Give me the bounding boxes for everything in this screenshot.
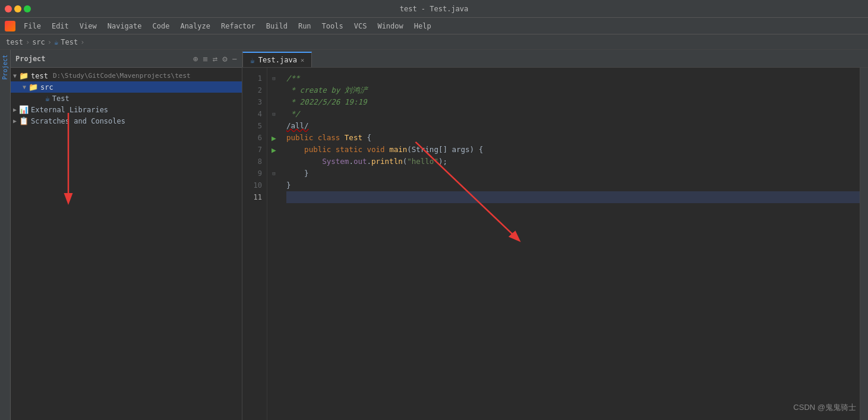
menu-bar: File Edit View Navigate Code Analyze Ref…: [0, 18, 868, 34]
code-keyword-public-6: public: [286, 132, 318, 144]
code-text-1: /**: [286, 72, 300, 84]
tree-scratches-label: Scratches and Consoles: [31, 117, 125, 125]
tree-test-class-label: Test: [52, 94, 70, 103]
menu-run[interactable]: Run: [293, 21, 316, 31]
tab-filename: Test.java: [258, 56, 297, 64]
gutter-6[interactable]: ▶: [267, 132, 280, 144]
line-num-10: 10: [242, 179, 262, 191]
java-class-icon: ☕: [54, 38, 58, 46]
menu-file[interactable]: File: [19, 21, 46, 31]
code-content[interactable]: /** * create by 刘鸿浐 * 2022/5/26 19:19 */…: [280, 68, 860, 420]
code-text-5: /all/: [286, 120, 309, 132]
gutter-5: [267, 120, 280, 132]
minimize-button[interactable]: [14, 5, 21, 12]
folder-test-icon: 📁: [19, 71, 29, 80]
gutter-7[interactable]: ▶: [267, 144, 280, 156]
window-title: test - Test.java: [400, 5, 469, 13]
menu-refactor[interactable]: Refactor: [216, 21, 260, 31]
title-bar: test - Test.java: [0, 0, 868, 18]
tree-external-libraries-label: External Libraries: [31, 106, 108, 114]
gutter-11: [267, 191, 280, 203]
editor-area: ☕ Test.java × 1 2 3 4 5 6 7 8 9 10 11: [242, 50, 868, 420]
menu-build[interactable]: Build: [261, 21, 292, 31]
tab-close-button[interactable]: ×: [301, 56, 305, 64]
code-println-8: println: [371, 156, 403, 168]
menu-code[interactable]: Code: [148, 21, 175, 31]
settings-icon[interactable]: ⚙: [222, 54, 227, 64]
gutter: ⊟ ⊟ ▶ ▶: [267, 68, 280, 420]
chevron-right-icon-extlib: ▶: [13, 106, 17, 113]
menu-navigate[interactable]: Navigate: [103, 21, 147, 31]
code-brace-6: {: [367, 132, 371, 144]
minimize-panel-icon[interactable]: −: [232, 54, 237, 64]
run-arrow-icon-7[interactable]: ▶: [272, 146, 276, 154]
fold-icon-9[interactable]: ⊟: [272, 170, 275, 176]
menu-tools[interactable]: Tools: [317, 21, 348, 31]
editor-tab-test-java[interactable]: ☕ Test.java ×: [242, 52, 312, 67]
tree-scratches[interactable]: ▶ 📋 Scratches and Consoles: [11, 115, 242, 127]
align-icon[interactable]: ≡: [203, 54, 207, 64]
title-bar-left: [5, 5, 31, 12]
code-indent-7: [286, 144, 304, 156]
gutter-9: ⊟: [267, 168, 280, 179]
code-line-7: public static void main(String[] args) {: [286, 144, 860, 156]
code-indent-8: [286, 156, 322, 168]
sidebar-project-label[interactable]: Project: [1, 52, 10, 82]
code-dot2-8: .: [367, 156, 371, 168]
chevron-down-icon: ▼: [13, 72, 17, 79]
run-arrow-icon-6[interactable]: ▶: [272, 134, 276, 143]
menu-help[interactable]: Help: [409, 21, 436, 31]
code-text-4: */: [286, 108, 300, 120]
code-keyword-public-7: public: [304, 144, 336, 156]
code-string-8: "hello": [407, 156, 438, 168]
code-line-9: }: [286, 168, 860, 179]
code-text-2: * create by 刘鸿浐: [286, 84, 368, 96]
gutter-2: [267, 84, 280, 96]
menu-edit[interactable]: Edit: [47, 21, 74, 31]
menu-window[interactable]: Window: [373, 21, 408, 31]
sidebar-strip: Project: [0, 50, 11, 420]
code-line-11: [286, 191, 860, 203]
tree-external-libraries[interactable]: ▶ 📊 External Libraries: [11, 104, 242, 115]
panel-toolbar: Project ⊕ ≡ ⇄ ⚙ −: [11, 50, 242, 68]
code-method-main-7: main: [389, 144, 407, 156]
code-line-3: * 2022/5/26 19:19: [286, 96, 860, 108]
line-num-11: 11: [242, 191, 262, 203]
collapse-icon[interactable]: ⇄: [213, 54, 217, 64]
breadcrumb-test[interactable]: test: [6, 38, 23, 46]
add-icon[interactable]: ⊕: [193, 54, 198, 64]
breadcrumb-src[interactable]: src: [32, 38, 45, 46]
code-empty-11: [286, 191, 291, 203]
breadcrumb-test-class[interactable]: Test: [61, 38, 78, 46]
tree-view: ▼ 📁 test D:\Study\GitCode\Mavenprojects\…: [11, 68, 242, 420]
external-lib-icon: 📊: [19, 105, 29, 114]
code-line-4: */: [286, 108, 860, 120]
maximize-button[interactable]: [24, 5, 31, 12]
menu-vcs[interactable]: VCS: [349, 21, 372, 31]
right-scrollbar-gutter: [860, 68, 868, 420]
watermark-text: CSDN @鬼鬼骑士: [793, 403, 856, 412]
code-indent-9: [286, 168, 304, 179]
tree-src[interactable]: ▼ 📁 src: [11, 81, 242, 93]
editor-tabs: ☕ Test.java ×: [242, 50, 868, 68]
gutter-8: [267, 156, 280, 168]
line-num-9: 9: [242, 168, 262, 179]
gutter-3: [267, 96, 280, 108]
menu-analyze[interactable]: Analyze: [175, 21, 215, 31]
code-keyword-static-7: static: [336, 144, 367, 156]
close-button[interactable]: [5, 5, 12, 12]
fold-icon-4[interactable]: ⊟: [272, 111, 275, 117]
watermark: CSDN @鬼鬼骑士: [793, 402, 856, 413]
tree-root-test[interactable]: ▼ 📁 test D:\Study\GitCode\Mavenprojects\…: [11, 70, 242, 81]
main-area: Project Project ⊕ ≡ ⇄ ⚙ − ▼ 📁 test D:\St…: [0, 50, 868, 420]
menu-view[interactable]: View: [75, 21, 102, 31]
code-line-5: /all/: [286, 120, 860, 132]
fold-icon-1[interactable]: ⊟: [272, 75, 275, 81]
breadcrumb-sep2: ›: [48, 38, 52, 46]
code-out-8: out: [353, 156, 367, 168]
code-keyword-class-6: class: [318, 132, 345, 144]
java-file-icon: ☕: [45, 94, 50, 103]
code-paren-7: (: [407, 144, 412, 156]
tree-test-class[interactable]: ☕ Test: [11, 93, 242, 104]
line-num-7: 7: [242, 144, 262, 156]
